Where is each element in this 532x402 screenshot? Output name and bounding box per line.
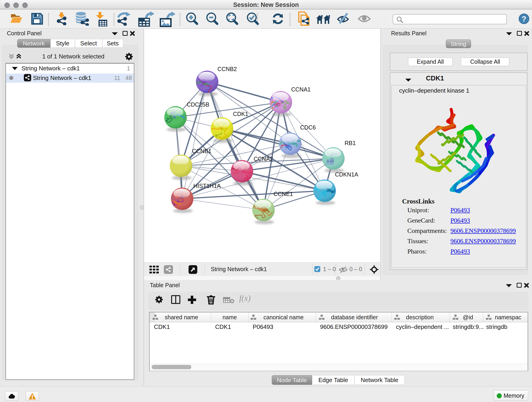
svg-text:CCNE1: CCNE1 <box>273 191 293 197</box>
svg-text:HIST1H1A: HIST1H1A <box>193 183 221 189</box>
svg-text:CCNB1: CCNB1 <box>192 148 211 154</box>
svg-text:CDC25B: CDC25B <box>187 101 209 108</box>
svg-text:CCNA1: CCNA1 <box>291 86 311 93</box>
svg-text:CDKN1A: CDKN1A <box>335 171 358 178</box>
svg-text:CCNB2: CCNB2 <box>217 66 237 72</box>
svg-text:CCNA2: CCNA2 <box>254 156 273 162</box>
svg-text:CDK1: CDK1 <box>233 111 248 117</box>
svg-text:CDC6: CDC6 <box>300 124 316 131</box>
svg-text:RB1: RB1 <box>345 140 356 146</box>
